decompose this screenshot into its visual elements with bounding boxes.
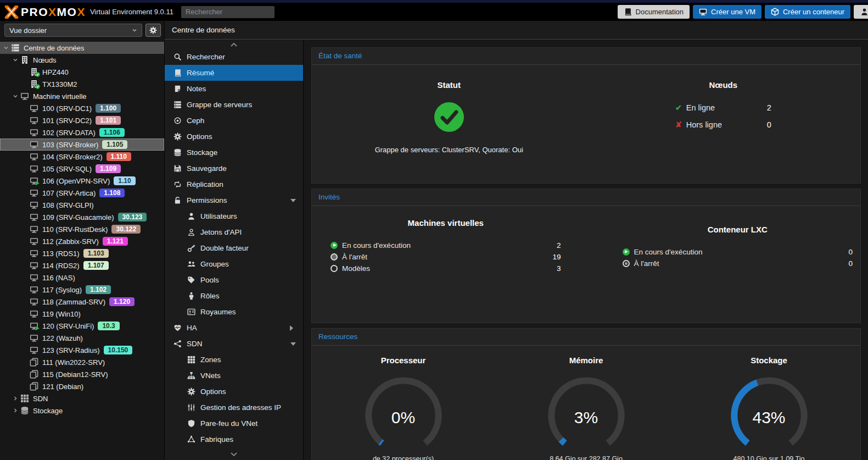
tree-settings-button[interactable] [145, 24, 161, 37]
menu-scroll-up[interactable] [165, 40, 303, 49]
tree-item[interactable]: Nœuds [0, 54, 164, 66]
resources-panel: Ressources Processeur0%de 32 processeur(… [311, 328, 861, 460]
tree-item[interactable]: 122 (Wazuh) [0, 332, 164, 344]
menu-item-vnets[interactable]: VNets [165, 368, 303, 384]
tree-item[interactable]: 114 (RDS2)1.107 [0, 259, 164, 271]
monitor-icon [30, 201, 38, 209]
tree-item[interactable]: 116 (NAS) [0, 271, 164, 284]
search-input[interactable] [181, 6, 275, 18]
tree-item[interactable]: HPZ440 [0, 66, 164, 78]
ceph-icon [173, 117, 182, 125]
proxmox-x-icon [4, 5, 19, 19]
guest-status-label: Modèles [342, 264, 370, 273]
tree-item[interactable]: TX1330M2 [0, 78, 164, 90]
tree-item[interactable]: Centre de données [0, 42, 164, 54]
menu-item-sdn[interactable]: SDN [165, 336, 303, 352]
menu-item-pare-feu-du-vnet[interactable]: Pare-feu du VNet [165, 415, 303, 431]
tree-item[interactable]: 111 (Win2022-SRV) [0, 356, 164, 368]
menu-item-pools[interactable]: Pools [165, 272, 303, 288]
documentation-button[interactable]: Documentation [618, 5, 690, 19]
tree-item[interactable]: 115 (Debian12-SRV) [0, 368, 164, 380]
user-menu-button[interactable] [854, 5, 868, 19]
tree-item[interactable]: 118 (Zammad-SRV)1.120 [0, 296, 164, 308]
menu-item-ha[interactable]: HA [165, 320, 303, 336]
menu-item-options[interactable]: Options [165, 129, 303, 145]
run-status-icon [331, 242, 338, 249]
menu-item-ceph[interactable]: Ceph [165, 113, 303, 129]
tree-item[interactable]: 112 (Zabbix-SRV)1.121 [0, 235, 164, 247]
cross-icon: ✘ [675, 120, 686, 130]
book-icon [173, 69, 182, 77]
menu-item-groupes[interactable]: Groupes [165, 256, 303, 272]
tree-item[interactable]: 103 (SRV-Broker)1.105 [0, 138, 164, 151]
menu-item-zones[interactable]: Zones [165, 352, 303, 368]
users-icon [187, 260, 195, 268]
cluster-status-text: Grappe de serveurs: ClusterSRV, Quorate:… [375, 146, 523, 154]
create-vm-button[interactable]: Créer une VM [693, 5, 761, 19]
tree-item-label: 122 (Wazuh) [42, 334, 83, 342]
menu-item-jetons-d-api[interactable]: Jetons d'API [165, 224, 303, 240]
tree-item[interactable]: 102 (SRV-DATA)1.106 [0, 126, 164, 138]
tree-expander-icon[interactable] [12, 93, 19, 99]
menu-item-permissions[interactable]: Permissions [165, 192, 303, 208]
nodes-online-row: ✔ En ligne 2 [675, 103, 771, 113]
tree-item-label: 117 (Syslog) [42, 286, 82, 294]
guest-status-label: À l'arrêt [342, 253, 367, 261]
tree-expander-icon[interactable] [12, 396, 19, 401]
menu-item-gestion-des-adresses-ip[interactable]: Gestion des adresses IP [165, 400, 303, 415]
tree-expander-icon[interactable] [2, 45, 10, 51]
tree-item[interactable]: 106 (OpenVPN-SRV)1.10 [0, 175, 164, 187]
menu-scroll-down[interactable] [165, 450, 303, 459]
menu-item-label: VNets [200, 372, 303, 380]
male-icon [187, 292, 195, 300]
gauge-percent: 3% [539, 408, 634, 427]
key-icon [187, 244, 195, 252]
menu-item-double-facteur[interactable]: Double facteur [165, 240, 303, 256]
tree-item[interactable]: 107 (SRV-Artica)1.108 [0, 187, 164, 199]
menu-item-fabriques[interactable]: Fabriques [165, 431, 303, 447]
monitor-icon [30, 346, 38, 354]
menu-item-utilisateurs[interactable]: Utilisateurs [165, 208, 303, 224]
gauge: 0% [356, 374, 451, 451]
tree-item[interactable]: 119 (Win10) [0, 308, 164, 320]
tree-expander-icon[interactable] [12, 57, 19, 63]
view-mode-select[interactable]: Vue dossier [4, 24, 142, 37]
menu-item-r-sum-[interactable]: Résumé [165, 65, 303, 81]
tree-item[interactable]: 117 (Syslog)1.102 [0, 284, 164, 296]
menu-item-label: Groupes [200, 260, 303, 268]
menu-item-r-les[interactable]: Rôles [165, 288, 303, 304]
tree-expander-icon[interactable] [12, 408, 19, 413]
tree-item[interactable]: 120 (SRV-UniFi)10.3 [0, 320, 164, 332]
gauge: 43% [722, 374, 816, 451]
datacenter-menu: RechercherRésuméNotesGrappe de serveursC… [164, 40, 304, 460]
proxmox-logo: PROXMOX [4, 5, 86, 19]
tree-item[interactable]: 121 (Debian) [0, 380, 164, 392]
menu-item-notes[interactable]: Notes [165, 81, 303, 97]
tree-item[interactable]: 104 (SRV-Broker2)1.110 [0, 151, 164, 163]
vm-tag: 1.109 [96, 164, 121, 173]
tree-item[interactable]: 113 (RDS1)1.103 [0, 247, 164, 259]
menu-item-sauvegarde[interactable]: Sauvegarde [165, 160, 303, 176]
create-container-button[interactable]: Créer un conteneur [765, 5, 850, 19]
tree-item[interactable]: 123 (SRV-Radius)10.150 [0, 344, 164, 356]
guest-status-value: 2 [557, 241, 561, 250]
tree-item[interactable]: 110 (SRV-RustDesk)30.122 [0, 223, 164, 235]
tree-item[interactable]: 105 (SRV-SQL)1.109 [0, 163, 164, 175]
tree-item[interactable]: 101 (SRV-DC2)1.101 [0, 114, 164, 126]
menu-item-r-plication[interactable]: Réplication [165, 176, 303, 192]
tree-item[interactable]: 108 (SRV-GLPI) [0, 199, 164, 211]
menu-item-options[interactable]: Options [165, 384, 303, 400]
menu-item-rechercher[interactable]: Rechercher [165, 49, 303, 65]
tree-item[interactable]: 109 (SRV-Guacamole)30.123 [0, 211, 164, 223]
menu-item-label: SDN [187, 340, 290, 348]
tree-item[interactable]: 100 (SRV-DC1)1.100 [0, 102, 164, 114]
tree-item[interactable]: Machine virtuelle [0, 90, 164, 102]
menu-item-grappe-de-serveurs[interactable]: Grappe de serveurs [165, 97, 303, 113]
tree-item[interactable]: SDN [0, 392, 164, 404]
documentation-label: Documentation [636, 8, 684, 16]
menu-item-royaumes[interactable]: Royaumes [165, 304, 303, 320]
menu-item-stockage[interactable]: Stockage [165, 145, 303, 160]
tree-item-label: 116 (NAS) [42, 274, 75, 282]
check-circle-icon [434, 102, 464, 132]
tree-item[interactable]: Stockage [0, 404, 164, 417]
